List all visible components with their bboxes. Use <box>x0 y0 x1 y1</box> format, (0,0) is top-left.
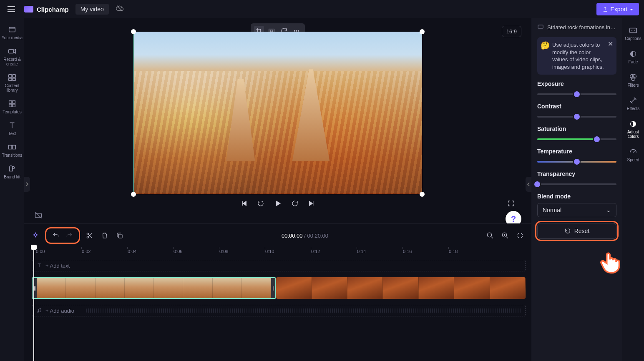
undo-button[interactable] <box>50 230 61 241</box>
zoom-out-button[interactable] <box>485 230 496 241</box>
temperature-slider[interactable] <box>537 159 616 165</box>
delete-button[interactable] <box>99 230 110 241</box>
selected-clip-title: Striated rock formations in cany… <box>537 23 616 31</box>
svg-point-17 <box>298 30 299 31</box>
tool-captions[interactable]: Captions <box>625 24 641 43</box>
main-area: 16:9 <box>24 18 531 361</box>
ruler-tick: 0:16 <box>403 249 412 254</box>
zoom-fit-button[interactable] <box>515 230 526 241</box>
transparency-group: Transparency <box>537 170 616 187</box>
timecode: 00:00.00 / 00:20.00 <box>282 233 328 239</box>
video-clip-1[interactable]: ‖ ‖ <box>32 277 276 299</box>
video-clip-2[interactable] <box>276 277 526 299</box>
tip-close-button[interactable]: ✕ <box>608 40 613 49</box>
svg-rect-1 <box>9 49 14 53</box>
clip-trim-right[interactable]: ‖ <box>271 278 275 298</box>
zoom-in-button[interactable] <box>500 230 511 241</box>
export-label: Export <box>611 6 627 13</box>
svg-point-30 <box>631 77 635 80</box>
timeline-tracks: + Add text ‖ ‖ <box>32 260 526 316</box>
app-name: Clipchamp <box>37 6 69 13</box>
svg-rect-26 <box>538 25 543 28</box>
split-button[interactable] <box>84 230 95 241</box>
tool-fade[interactable]: ◐ Fade <box>629 48 638 66</box>
undo-redo-highlight <box>45 227 80 244</box>
svg-rect-27 <box>630 28 637 33</box>
topbar: Clipchamp My video Export <box>0 0 644 18</box>
skip-start-button[interactable] <box>240 200 248 207</box>
hide-overlay-button[interactable] <box>34 211 43 221</box>
back-5s-button[interactable] <box>257 200 264 207</box>
svg-rect-6 <box>9 101 12 103</box>
fade-icon: ◐ <box>629 49 638 58</box>
playback-controls <box>24 194 531 210</box>
redo-button[interactable] <box>64 230 75 241</box>
ruler-tick: 0:08 <box>219 249 228 254</box>
sidebar-item-templates[interactable]: Templates <box>0 97 24 117</box>
skip-end-button[interactable] <box>308 200 315 207</box>
pointer-hand-icon <box>598 249 622 274</box>
resize-handle-tl[interactable] <box>131 29 136 34</box>
menu-button[interactable] <box>5 4 18 15</box>
transparency-slider[interactable] <box>537 181 616 187</box>
tool-effects[interactable]: Effects <box>627 94 639 113</box>
audio-waveform <box>86 308 521 313</box>
svg-rect-11 <box>13 145 15 149</box>
duplicate-button[interactable] <box>114 230 125 241</box>
sidebar-item-brand-kit[interactable]: Brand kit <box>0 162 24 182</box>
properties-panel: Striated rock formations in cany… 🤔 Use … <box>531 18 622 361</box>
preview-canvas[interactable] <box>133 32 422 194</box>
sidebar-item-text[interactable]: Text <box>0 118 24 138</box>
sidebar-item-your-media[interactable]: Your media <box>0 23 24 43</box>
svg-rect-8 <box>9 104 12 107</box>
svg-rect-2 <box>9 75 12 78</box>
sidebar-item-content-library[interactable]: Content library <box>0 70 24 95</box>
svg-rect-7 <box>13 101 15 103</box>
svg-point-29 <box>632 75 636 78</box>
sidebar-item-transitions[interactable]: Transitions <box>0 140 24 160</box>
timeline: 00:00.00 / 00:20.00 0:000:020:040:060:08… <box>24 223 531 361</box>
sidebar-item-record-create[interactable]: Record & create <box>0 44 24 69</box>
forward-5s-button[interactable] <box>291 200 299 207</box>
timeline-ruler[interactable]: 0:000:020:040:060:080:100:120:140:160:18 <box>32 246 526 258</box>
right-tool-strip: Captions ◐ Fade Filters Effects ◑ Adjust… <box>622 18 644 361</box>
saturation-slider[interactable] <box>537 136 616 142</box>
exposure-slider[interactable] <box>537 91 616 97</box>
adjust-colors-icon: ◑ <box>629 119 638 128</box>
project-name[interactable]: My video <box>75 4 109 15</box>
chevron-down-icon: ⌄ <box>606 207 611 213</box>
play-button[interactable] <box>274 199 282 208</box>
svg-point-24 <box>38 311 38 312</box>
aspect-ratio-button[interactable]: 16:9 <box>502 26 521 37</box>
playhead[interactable] <box>33 246 34 361</box>
cloud-sync-icon[interactable] <box>116 4 124 14</box>
add-text-track[interactable]: + Add text <box>32 260 526 271</box>
blend-mode-select[interactable]: Normal ⌄ <box>537 203 616 217</box>
temperature-group: Temperature <box>537 148 616 165</box>
contrast-slider[interactable] <box>537 114 616 120</box>
chevron-down-icon <box>630 6 633 13</box>
reset-button[interactable]: Reset <box>537 223 616 239</box>
resize-handle-tr[interactable] <box>420 29 425 34</box>
tool-filters[interactable]: Filters <box>627 71 639 89</box>
svg-rect-5 <box>13 78 15 81</box>
tool-adjust-colors[interactable]: ◑ Adjust colors <box>622 118 644 140</box>
ruler-tick: 0:10 <box>265 249 274 254</box>
svg-point-16 <box>296 30 297 31</box>
fullscreen-button[interactable] <box>507 200 515 207</box>
tool-speed[interactable]: Speed <box>627 145 639 164</box>
time-current: 00:00.00 <box>282 233 303 239</box>
svg-rect-3 <box>13 75 15 78</box>
ruler-tick: 0:02 <box>82 249 91 254</box>
export-button[interactable]: Export <box>596 3 639 15</box>
ai-sparkle-button[interactable] <box>30 230 41 241</box>
ruler-tick: 0:04 <box>128 249 136 254</box>
expand-right-panel-button[interactable] <box>526 177 531 192</box>
ruler-tick: 0:06 <box>174 249 182 254</box>
brand[interactable]: Clipchamp <box>24 6 69 13</box>
clip-icon <box>537 23 544 31</box>
ruler-tick: 0:14 <box>357 249 366 254</box>
preview-area: 16:9 <box>24 18 531 223</box>
svg-rect-0 <box>9 28 15 32</box>
ruler-tick: 0:18 <box>449 249 458 254</box>
